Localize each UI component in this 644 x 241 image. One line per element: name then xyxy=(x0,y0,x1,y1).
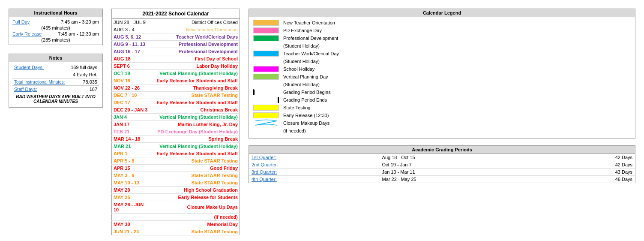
calendar-event: New Teacher Orientation xyxy=(150,26,240,33)
calendar-date: AUG 5, 6, 12 xyxy=(112,33,150,41)
calendar-row: APR 5 - 8State STAAR Testing xyxy=(112,157,240,165)
grading-period-dates: Oct 19 - Jan 7 xyxy=(380,161,542,169)
grading-periods-title: Academic Grading Periods xyxy=(249,146,635,154)
calendar-event: Spring Break xyxy=(150,136,240,143)
legend-row: Grading Period Begins xyxy=(253,89,631,95)
legend-row: Professional Development xyxy=(253,35,631,41)
legend-color-swatch xyxy=(253,105,279,111)
calendar-row: MAY 30Memorial Day xyxy=(112,221,240,228)
calendar-date xyxy=(112,214,150,221)
grading-period-label: 1st Quarter: xyxy=(249,154,380,161)
grading-period-days: 46 Days xyxy=(542,176,635,183)
calendar-date: MAY 10 - 13 xyxy=(112,179,150,187)
calendar-event: PD Exchange Day (Student Holiday) xyxy=(150,128,240,136)
calendar-date: MAR 21 xyxy=(112,143,150,150)
legend-item-text: Professional Development xyxy=(283,36,338,41)
legend-item-text: School Holiday xyxy=(283,66,315,72)
calendar-date: MAY 3 - 6 xyxy=(112,172,150,179)
calendar-row: JUN 21 - 24State STAAR Testing xyxy=(112,228,240,235)
calendar-row: JUN 28 - JUL 9District Offices Closed xyxy=(112,19,240,26)
legend-grading-end-swatch xyxy=(253,97,279,103)
calendar-date: APR 1 xyxy=(112,150,150,157)
calendar-event: Early Release for Students and Staff xyxy=(150,99,240,106)
legend-row: Closure Makeup Days xyxy=(253,120,631,126)
page-container: Instructional Hours Full Day 7:45 am - 3… xyxy=(9,9,635,235)
calendar-date: AUG 18 xyxy=(112,55,150,63)
full-day-time: 7:45 am - 3:20 pm xyxy=(61,19,99,24)
calendar-date: MAY 30 xyxy=(112,221,150,228)
notes-title: Notes xyxy=(9,54,102,62)
calendar-date: DEC 17 xyxy=(112,99,150,106)
calendar-row: MAY 25Early Release for Students xyxy=(112,194,240,201)
calendar-date: NOV 19 xyxy=(112,77,150,84)
calendar-date: MAY 25 xyxy=(112,194,150,201)
calendar-row: MAR 21Vertical Planning (Student Holiday… xyxy=(112,143,240,150)
total-minutes-label: Total Instructional Minutes: xyxy=(12,78,68,86)
calendar-event: Professional Development xyxy=(150,48,240,55)
grading-period-row: 2nd Quarter:Oct 19 - Jan 742 Days xyxy=(249,161,635,169)
calendar-date: JAN 17 xyxy=(112,121,150,128)
grading-period-days: 42 Days xyxy=(542,154,635,161)
staff-days-value: 187 xyxy=(68,86,99,93)
legend-spacer xyxy=(253,81,279,87)
legend-row: Grading Period Ends xyxy=(253,97,631,103)
legend-item-text: PD Exchange Day xyxy=(283,28,322,33)
calendar-event: Thanksgiving Break xyxy=(150,84,240,92)
legend-spacer xyxy=(253,128,279,134)
left-column: Instructional Hours Full Day 7:45 am - 3… xyxy=(9,9,103,116)
calendar-row: MAY 26 - JUN 10Closure Make Up Days xyxy=(112,201,240,214)
legend-item-text: (Student Holiday) xyxy=(283,43,320,48)
legend-item-text: Early Release (12:30) xyxy=(283,113,329,118)
full-day-row: Full Day 7:45 am - 3:20 pm xyxy=(12,19,99,25)
middle-column: 2021-2022 School Calendar JUN 28 - JUL 9… xyxy=(111,9,240,235)
grading-period-dates: Aug 18 - Oct 15 xyxy=(380,154,542,161)
legend-grading-begin-swatch xyxy=(253,89,279,95)
calendar-date: SEPT 6 xyxy=(112,63,150,70)
calendar-row: APR 15Good Friday xyxy=(112,165,240,172)
calendar-row: AUG 18First Day of School xyxy=(112,55,240,63)
legend-closure-swatch xyxy=(253,120,279,126)
calendar-event: Memorial Day xyxy=(150,221,240,228)
calendar-event: Early Release for Students xyxy=(150,194,240,201)
legend-item-text: Vertical Planning Day xyxy=(283,74,328,79)
calendar-event: State STAAR Testing xyxy=(150,172,240,179)
student-days-full: 169 full days xyxy=(68,64,99,71)
calendar-row: JAN 4Vertical Planning (Student Holiday) xyxy=(112,114,240,121)
legend-spacer xyxy=(253,43,279,49)
calendar-date: DEC 20 - JAN 3 xyxy=(112,106,150,114)
grading-period-dates: Mar 22 - May 25 xyxy=(380,176,542,183)
calendar-event: Christmas Break xyxy=(150,106,240,114)
calendar-date: NOV 22 - 26 xyxy=(112,84,150,92)
calendar-event: State STAAR Testing xyxy=(150,157,240,165)
legend-item-text: Closure Makeup Days xyxy=(283,120,329,126)
legend-item-text: State Testing xyxy=(283,105,310,110)
calendar-row: AUG 9 - 11, 13Professional Development xyxy=(112,41,240,48)
calendar-row: DEC 20 - JAN 3Christmas Break xyxy=(112,106,240,114)
calendar-event: Martin Luther King, Jr. Day xyxy=(150,121,240,128)
grading-period-row: 4th Quarter:Mar 22 - May 2546 Days xyxy=(249,176,635,183)
calendar-event: District Offices Closed xyxy=(150,19,240,26)
calendar-row: MAY 20High School Graduation xyxy=(112,187,240,194)
grading-period-days: 43 Days xyxy=(542,169,635,176)
grading-period-dates: Jan 10 - Mar 11 xyxy=(380,169,542,176)
calendar-row: AUG 5, 6, 12Teacher Work/Clerical Days xyxy=(112,33,240,41)
legend-row: (Student Holiday) xyxy=(253,58,631,64)
grading-period-row: 1st Quarter:Aug 18 - Oct 1542 Days xyxy=(249,154,635,161)
calendar-row: APR 1Early Release for Students and Staf… xyxy=(112,150,240,157)
calendar-row: MAY 10 - 13State STAAR Testing xyxy=(112,179,240,187)
calendar-row: NOV 19Early Release for Students and Sta… xyxy=(112,77,240,84)
legend-color-swatch xyxy=(253,20,279,26)
legend-row: (Student Holiday) xyxy=(253,81,631,87)
legend-early-release-swatch xyxy=(253,112,279,118)
calendar-date: MAR 14 - 18 xyxy=(112,136,150,143)
legend-item-text: (Student Holiday) xyxy=(283,82,320,87)
calendar-row: (if needed) xyxy=(112,214,240,221)
student-days-label: Student Days: xyxy=(12,64,68,71)
bad-weather-note: BAD WEATHER DAYS ARE BUILT INTO CALENDAR… xyxy=(12,93,99,105)
legend-item-text: Grading Period Begins xyxy=(283,90,331,95)
calendar-event: Good Friday xyxy=(150,165,240,172)
calendar-date: JUN 21 - 24 xyxy=(112,228,150,235)
notes-box: Notes Student Days: 169 full days 4 Earl… xyxy=(9,54,103,108)
staff-days-row: Staff Days: 187 xyxy=(12,86,99,93)
calendar-row: NOV 22 - 26Thanksgiving Break xyxy=(112,84,240,92)
